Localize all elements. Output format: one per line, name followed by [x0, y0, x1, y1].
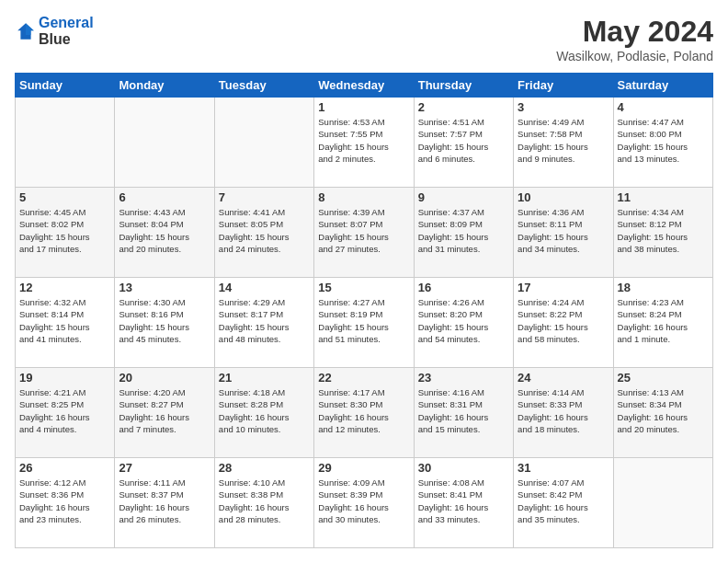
empty-cell [16, 98, 115, 188]
day-info: Sunrise: 4:36 AMSunset: 8:11 PMDaylight:… [518, 206, 609, 255]
col-header-sunday: Sunday [16, 74, 115, 98]
day-cell-23: 23Sunrise: 4:16 AMSunset: 8:31 PMDayligh… [414, 368, 513, 458]
day-number: 13 [119, 281, 210, 294]
day-cell-11: 11Sunrise: 4:34 AMSunset: 8:12 PMDayligh… [613, 188, 712, 278]
day-cell-9: 9Sunrise: 4:37 AMSunset: 8:09 PMDaylight… [414, 188, 513, 278]
header: General Blue May 2024 Wasilkow, Podlasie… [15, 15, 713, 63]
day-cell-31: 31Sunrise: 4:07 AMSunset: 8:42 PMDayligh… [514, 458, 613, 548]
day-info: Sunrise: 4:17 AMSunset: 8:30 PMDaylight:… [318, 386, 409, 435]
day-number: 7 [219, 190, 310, 204]
day-cell-2: 2Sunrise: 4:51 AMSunset: 7:57 PMDaylight… [414, 98, 513, 188]
day-cell-3: 3Sunrise: 4:49 AMSunset: 7:58 PMDaylight… [514, 98, 613, 188]
day-number: 19 [19, 371, 110, 385]
day-cell-15: 15Sunrise: 4:27 AMSunset: 8:19 PMDayligh… [314, 278, 414, 368]
day-cell-20: 20Sunrise: 4:20 AMSunset: 8:27 PMDayligh… [115, 368, 214, 458]
day-cell-17: 17Sunrise: 4:24 AMSunset: 8:22 PMDayligh… [514, 278, 613, 368]
day-info: Sunrise: 4:29 AMSunset: 8:17 PMDaylight:… [219, 296, 310, 345]
calendar-header-row: SundayMondayTuesdayWednesdayThursdayFrid… [16, 74, 713, 98]
day-cell-28: 28Sunrise: 4:10 AMSunset: 8:38 PMDayligh… [214, 458, 313, 548]
day-cell-16: 16Sunrise: 4:26 AMSunset: 8:20 PMDayligh… [414, 278, 513, 368]
col-header-friday: Friday [514, 74, 613, 98]
day-info: Sunrise: 4:23 AMSunset: 8:24 PMDaylight:… [618, 296, 709, 345]
day-number: 4 [618, 100, 709, 114]
empty-cell [214, 98, 313, 188]
svg-marker-1 [26, 23, 34, 35]
day-info: Sunrise: 4:47 AMSunset: 8:00 PMDaylight:… [618, 116, 709, 165]
day-info: Sunrise: 4:32 AMSunset: 8:14 PMDaylight:… [19, 296, 110, 345]
col-header-saturday: Saturday [613, 74, 712, 98]
day-cell-10: 10Sunrise: 4:36 AMSunset: 8:11 PMDayligh… [514, 188, 613, 278]
empty-cell [115, 98, 214, 188]
day-cell-8: 8Sunrise: 4:39 AMSunset: 8:07 PMDaylight… [314, 188, 414, 278]
calendar-week-3: 12Sunrise: 4:32 AMSunset: 8:14 PMDayligh… [16, 278, 713, 368]
day-cell-21: 21Sunrise: 4:18 AMSunset: 8:28 PMDayligh… [214, 368, 313, 458]
day-number: 28 [219, 461, 310, 475]
day-number: 8 [318, 190, 409, 204]
empty-cell [613, 458, 712, 548]
day-number: 29 [318, 461, 409, 475]
day-number: 14 [219, 281, 310, 294]
day-info: Sunrise: 4:37 AMSunset: 8:09 PMDaylight:… [418, 206, 509, 255]
day-info: Sunrise: 4:07 AMSunset: 8:42 PMDaylight:… [518, 477, 609, 525]
day-cell-4: 4Sunrise: 4:47 AMSunset: 8:00 PMDaylight… [613, 98, 712, 188]
day-number: 9 [418, 190, 509, 204]
day-number: 16 [418, 281, 509, 294]
day-number: 18 [618, 281, 709, 294]
calendar-week-4: 19Sunrise: 4:21 AMSunset: 8:25 PMDayligh… [16, 368, 713, 458]
day-cell-18: 18Sunrise: 4:23 AMSunset: 8:24 PMDayligh… [613, 278, 712, 368]
day-number: 20 [119, 371, 210, 385]
day-info: Sunrise: 4:08 AMSunset: 8:41 PMDaylight:… [418, 477, 509, 525]
day-info: Sunrise: 4:51 AMSunset: 7:57 PMDaylight:… [418, 116, 509, 165]
page: General Blue May 2024 Wasilkow, Podlasie… [0, 0, 728, 563]
day-number: 30 [418, 461, 509, 475]
month-title: May 2024 [556, 15, 713, 49]
day-cell-26: 26Sunrise: 4:12 AMSunset: 8:36 PMDayligh… [16, 458, 115, 548]
title-block: May 2024 Wasilkow, Podlasie, Poland [556, 15, 713, 63]
day-info: Sunrise: 4:41 AMSunset: 8:05 PMDaylight:… [219, 206, 310, 255]
day-number: 26 [19, 461, 110, 475]
col-header-tuesday: Tuesday [214, 74, 313, 98]
day-cell-6: 6Sunrise: 4:43 AMSunset: 8:04 PMDaylight… [115, 188, 214, 278]
day-number: 31 [518, 461, 609, 475]
day-number: 5 [19, 190, 110, 204]
logo: General Blue [15, 15, 94, 47]
day-info: Sunrise: 4:34 AMSunset: 8:12 PMDaylight:… [618, 206, 709, 255]
day-cell-29: 29Sunrise: 4:09 AMSunset: 8:39 PMDayligh… [314, 458, 414, 548]
day-number: 22 [318, 371, 409, 385]
day-number: 2 [418, 100, 509, 114]
location: Wasilkow, Podlasie, Poland [556, 49, 713, 63]
day-number: 3 [518, 100, 609, 114]
day-cell-5: 5Sunrise: 4:45 AMSunset: 8:02 PMDaylight… [16, 188, 115, 278]
day-info: Sunrise: 4:20 AMSunset: 8:27 PMDaylight:… [119, 386, 210, 435]
day-info: Sunrise: 4:30 AMSunset: 8:16 PMDaylight:… [119, 296, 210, 345]
logo-text: General Blue [39, 15, 94, 47]
day-cell-14: 14Sunrise: 4:29 AMSunset: 8:17 PMDayligh… [214, 278, 313, 368]
day-info: Sunrise: 4:53 AMSunset: 7:55 PMDaylight:… [318, 116, 409, 165]
day-number: 11 [618, 190, 709, 204]
day-cell-7: 7Sunrise: 4:41 AMSunset: 8:05 PMDaylight… [214, 188, 313, 278]
day-info: Sunrise: 4:26 AMSunset: 8:20 PMDaylight:… [418, 296, 509, 345]
day-number: 21 [219, 371, 310, 385]
col-header-thursday: Thursday [414, 74, 513, 98]
calendar-week-5: 26Sunrise: 4:12 AMSunset: 8:36 PMDayligh… [16, 458, 713, 548]
day-cell-12: 12Sunrise: 4:32 AMSunset: 8:14 PMDayligh… [16, 278, 115, 368]
day-cell-24: 24Sunrise: 4:14 AMSunset: 8:33 PMDayligh… [514, 368, 613, 458]
logo-icon [15, 20, 37, 42]
day-info: Sunrise: 4:39 AMSunset: 8:07 PMDaylight:… [318, 206, 409, 255]
day-number: 15 [318, 281, 409, 294]
day-number: 25 [618, 371, 709, 385]
day-number: 27 [119, 461, 210, 475]
day-number: 24 [518, 371, 609, 385]
day-info: Sunrise: 4:16 AMSunset: 8:31 PMDaylight:… [418, 386, 509, 435]
day-cell-25: 25Sunrise: 4:13 AMSunset: 8:34 PMDayligh… [613, 368, 712, 458]
day-info: Sunrise: 4:27 AMSunset: 8:19 PMDaylight:… [318, 296, 409, 345]
calendar-week-1: 1Sunrise: 4:53 AMSunset: 7:55 PMDaylight… [16, 98, 713, 188]
day-info: Sunrise: 4:09 AMSunset: 8:39 PMDaylight:… [318, 477, 409, 525]
day-info: Sunrise: 4:45 AMSunset: 8:02 PMDaylight:… [19, 206, 110, 255]
day-info: Sunrise: 4:12 AMSunset: 8:36 PMDaylight:… [19, 477, 110, 525]
day-number: 23 [418, 371, 509, 385]
day-number: 12 [19, 281, 110, 294]
day-number: 17 [518, 281, 609, 294]
day-info: Sunrise: 4:10 AMSunset: 8:38 PMDaylight:… [219, 477, 310, 525]
day-number: 6 [119, 190, 210, 204]
